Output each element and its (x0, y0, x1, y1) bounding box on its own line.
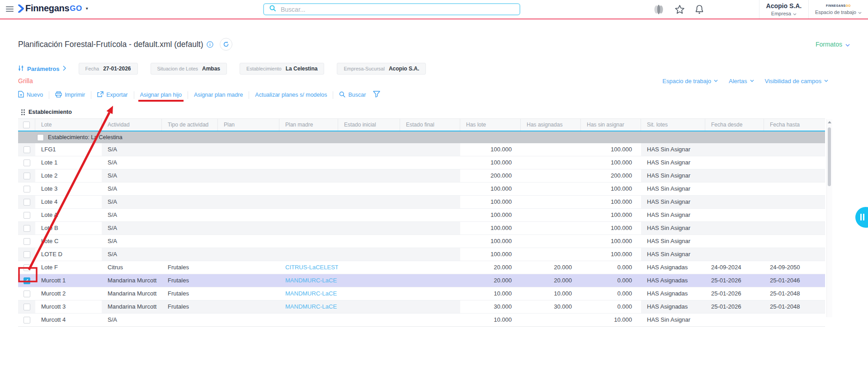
assign-child-plan-button[interactable]: Asignar plan hijo (140, 92, 182, 98)
workspace-link[interactable]: Espacio de trabajo (662, 78, 718, 84)
chevron-down-icon (845, 40, 850, 48)
cell-fecha-hasta: 25-01-2046 (764, 274, 825, 287)
column-header-sit-lotes[interactable]: Sit. lotes (641, 119, 705, 131)
print-button[interactable]: Imprimir (55, 91, 85, 99)
cell-plan-madre[interactable]: MANDMURC-LaCE (279, 287, 338, 300)
row-checkbox[interactable] (24, 264, 30, 271)
column-header-tipo-de-actividad[interactable]: Tipo de actividad (162, 119, 218, 131)
row-checkbox[interactable] (24, 225, 30, 232)
table-row[interactable]: Lote CS/A100.000100.000HAS Sin Asignar (18, 235, 825, 248)
column-header-lote[interactable]: Lote (35, 119, 102, 131)
assign-mother-plan-button[interactable]: Asignar plan madre (194, 92, 243, 98)
param-chip-establecimiento[interactable]: Establecimiento La Celestina (240, 63, 324, 75)
group-by-chip[interactable]: Establecimiento (21, 109, 72, 115)
cell-has-asignadas: 10.000 (521, 287, 581, 300)
global-search[interactable] (263, 3, 520, 15)
column-header-estado-final[interactable]: Estado final (400, 119, 460, 131)
table-row[interactable]: LFG1S/A100.000100.000HAS Sin Asignar (18, 143, 825, 156)
cell-estado-inicial (338, 287, 400, 300)
cell-tipo-de-actividad (162, 248, 218, 261)
row-checkbox[interactable] (24, 291, 30, 297)
table-row[interactable]: Murcott 4S/A10.00010.000HAS Sin Asignar (18, 314, 825, 326)
column-header-plan-madre[interactable]: Plan madre (279, 119, 338, 131)
column-header-has-asignadas[interactable]: Has asignadas (521, 119, 581, 131)
column-header-has-sin-asignar[interactable]: Has sin asignar (581, 119, 641, 131)
filter-button[interactable] (373, 91, 380, 99)
table-row[interactable]: Murcott 2Mandarina MurcottFrutalesMANDMU… (18, 287, 825, 300)
favorites-star-icon[interactable] (675, 5, 685, 14)
cell-plan-madre[interactable]: CITRUS-LaCELESTI (279, 261, 338, 274)
row-checkbox[interactable] (24, 186, 30, 192)
group-checkbox[interactable] (37, 134, 44, 141)
data-grid: LoteActividadTipo de actividadPlanPlan m… (18, 118, 825, 327)
alerts-link[interactable]: Alertas (729, 78, 754, 84)
workspace-selector[interactable]: FINNEGANSGO Espacio de trabajo (808, 0, 868, 19)
notifications-bell-icon[interactable] (695, 5, 704, 14)
cell-plan-madre[interactable]: MANDMURC-LaCE (279, 300, 338, 313)
row-checkbox[interactable] (24, 173, 30, 179)
column-header-fecha-desde[interactable]: Fecha desde (705, 119, 764, 131)
table-row[interactable]: ✓Murcott 1Mandarina MurcottFrutalesMANDM… (18, 274, 825, 287)
menu-icon[interactable] (6, 6, 14, 12)
table-row[interactable]: Lote 2S/A200.000200.000HAS Sin Asignar (18, 169, 825, 183)
drag-handle-icon (21, 109, 25, 115)
new-button[interactable]: Nuevo (18, 91, 43, 99)
formats-dropdown[interactable]: Formatos (816, 40, 850, 48)
scrollbar-thumb[interactable] (828, 127, 831, 186)
row-checkbox[interactable] (24, 212, 30, 219)
select-all-checkbox[interactable] (23, 122, 30, 128)
parameters-button[interactable]: Parámetros (18, 65, 66, 73)
row-checkbox[interactable] (24, 238, 30, 245)
param-chip-empresa-sucursal[interactable]: Empresa-Sucursal Acopio S.A. (337, 63, 426, 75)
row-checkbox-cell (18, 183, 35, 195)
row-checkbox[interactable] (24, 199, 30, 206)
cell-lote: Lote 3 (35, 183, 102, 195)
update-plans-button[interactable]: Actualizar planes s/ modelos (255, 92, 327, 98)
row-checkbox[interactable] (24, 159, 30, 166)
cell-fecha-desde (705, 183, 764, 195)
vertical-scrollbar[interactable] (826, 119, 832, 317)
column-header-plan[interactable]: Plan (218, 119, 279, 131)
company-selector[interactable]: Acopio S.A. Empresa (759, 0, 808, 19)
column-header-has-lote[interactable]: Has lote (460, 119, 521, 131)
row-checkbox[interactable] (24, 317, 30, 323)
table-row[interactable]: Murcott 3Mandarina MurcottFrutalesMANDMU… (18, 300, 825, 314)
column-header-estado-inicial[interactable]: Estado inicial (338, 119, 400, 131)
row-checkbox[interactable] (24, 146, 30, 153)
cell-fecha-hasta (764, 314, 825, 326)
cell-plan-madre[interactable]: MANDMURC-LaCE (279, 274, 338, 287)
side-panel-fab[interactable] (855, 207, 868, 228)
cell-has-asignadas: 20.000 (521, 261, 581, 274)
search-input[interactable] (280, 5, 514, 14)
cell-sit-lotes: HAS Sin Asignar (641, 156, 705, 169)
grid-group-row[interactable]: Establecimiento: La Celestina (18, 131, 825, 143)
table-row[interactable]: LOTE DS/A100.000100.000HAS Sin Asignar (18, 248, 825, 261)
row-checkbox[interactable] (24, 304, 30, 310)
table-row[interactable]: Lote BS/A100.000100.000HAS Sin Asignar (18, 222, 825, 235)
cell-tipo-de-actividad (162, 183, 218, 195)
info-icon[interactable] (207, 41, 213, 48)
search-grid-button[interactable]: Buscar (339, 91, 366, 99)
export-button[interactable]: Exportar (97, 91, 127, 99)
section-row: Grilla Espacio de trabajo Alertas Visibi… (18, 77, 850, 84)
column-header-fecha-hasta[interactable]: Fecha hasta (764, 119, 825, 131)
table-row[interactable]: Lote AS/A100.000100.000HAS Sin Asignar (18, 209, 825, 222)
scroll-up-icon[interactable] (828, 121, 831, 123)
table-row[interactable]: Lote FCitrusFrutalesCITRUS-LaCELESTI20.0… (18, 261, 825, 274)
row-checkbox[interactable] (24, 251, 30, 258)
field-visibility-link[interactable]: Visibilidad de campos (765, 78, 829, 84)
table-row[interactable]: Lote 3S/A100.000100.000HAS Sin Asignar (18, 183, 825, 196)
param-chip-situacion[interactable]: Situacion de Lotes Ambas (151, 63, 227, 75)
row-checkbox[interactable]: ✓ (24, 277, 30, 284)
search-icon (339, 91, 345, 99)
filter-funnel-icon (373, 91, 380, 99)
refresh-button[interactable] (220, 38, 232, 51)
table-row[interactable]: Lote 1S/A100.000100.000HAS Sin Asignar (18, 156, 825, 169)
column-header-actividad[interactable]: Actividad (102, 119, 162, 131)
param-chip-fecha[interactable]: Fecha 27-01-2026 (79, 63, 138, 75)
cell-fecha-desde (705, 196, 764, 208)
app-logo[interactable]: Finnegans GO ▾ (18, 3, 88, 14)
cell-actividad: S/A (102, 235, 162, 248)
apps-sphere-icon[interactable] (653, 4, 665, 15)
table-row[interactable]: Lote 4S/A100.000100.000HAS Sin Asignar (18, 196, 825, 209)
